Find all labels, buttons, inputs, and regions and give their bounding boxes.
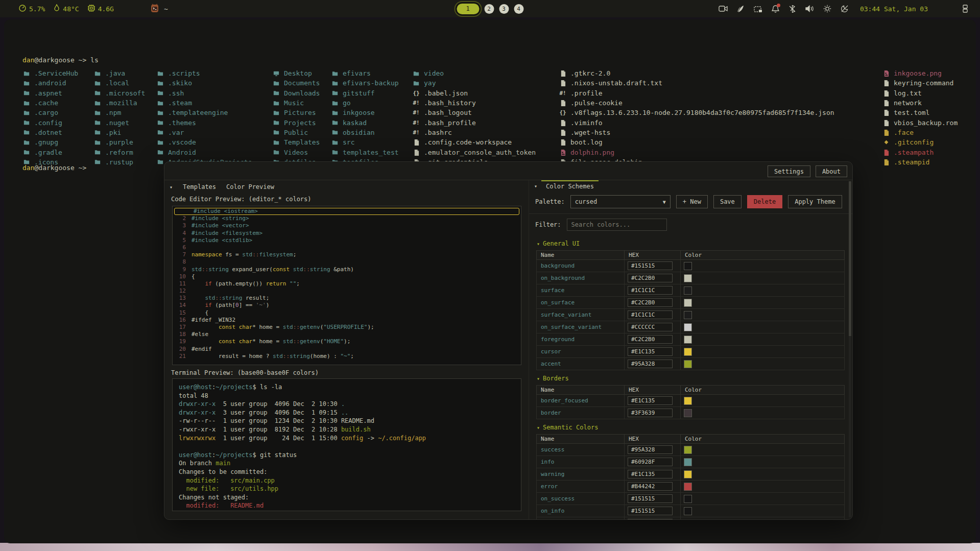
code-editor-preview[interactable]: #include <iostream>2#include <string>3#i… [172,206,521,365]
hex-input[interactable]: #151515 [628,507,673,515]
hex-input[interactable]: #E1C135 [628,347,673,356]
file-entry: .scripts [157,68,252,78]
color-swatch[interactable] [684,507,692,515]
color-swatch[interactable] [684,519,692,520]
settings-button[interactable]: Settings [768,165,810,177]
hex-input[interactable]: #151515 [628,519,673,519]
doc-icon [882,159,890,165]
hex-input[interactable]: #1C1C1C [628,286,673,295]
night-light-off-icon[interactable] [841,5,849,13]
screenshot-lock-icon[interactable] [754,5,762,13]
workspace-active[interactable]: 1 [457,4,479,14]
file-name: Pictures [284,109,316,116]
folder-icon [273,100,280,106]
file-entry: .cargo [23,108,78,117]
editor-line: 20#endif [173,346,521,353]
color-swatch[interactable] [684,360,692,368]
color-swatch[interactable] [684,397,692,405]
color-name: on_info [537,505,625,517]
color-swatch[interactable] [684,299,692,307]
collapse-arrow-icon[interactable]: ▾ [534,183,537,189]
notifications-bell-icon[interactable] [772,5,779,13]
folder-icon [94,90,101,96]
scrollbar-thumb[interactable] [849,181,851,336]
color-swatch[interactable] [684,483,692,491]
hex-input[interactable]: #1C1C1C [628,310,673,319]
palette-select[interactable]: cursed ▼ [570,195,671,208]
workspace-inactive[interactable]: 3 [499,4,509,14]
doc-icon [559,119,566,126]
collapse-arrow-icon[interactable]: ▾ [170,184,173,190]
hex-input[interactable]: #C2C2B0 [628,274,673,282]
hex-input[interactable]: #C2C2B0 [628,335,673,344]
file-entry: vbios_backup.rom [882,117,958,127]
save-button[interactable]: Save [713,195,742,208]
color-schemes-pane: ▾ Color Schemes Palette: cursed ▼ + New … [529,180,852,519]
delete-button[interactable]: Delete [747,195,782,208]
screen-record-icon[interactable] [719,5,728,12]
bluetooth-off-icon[interactable] [788,5,796,13]
window-titlebar: Settings About [164,162,852,180]
hex-input[interactable]: #151515 [628,494,673,503]
hex-input[interactable]: #95A328 [628,360,673,368]
palette-label: Palette: [535,198,565,205]
line-number: 10 [173,273,186,280]
filter-search-input[interactable] [567,219,667,231]
color-name: success [537,444,625,456]
tab-color-preview[interactable]: Color Preview [226,183,274,190]
hex-input[interactable]: #60928F [628,458,673,466]
file-entry: gitstuff [331,88,399,98]
workspace-inactive[interactable]: 2 [484,4,494,14]
new-palette-button[interactable]: + New [676,195,708,208]
color-swatch[interactable] [684,409,692,417]
hex-input[interactable]: #CCCCCC [628,323,673,331]
color-swatch[interactable] [684,446,692,454]
section-title[interactable]: ▾Borders [537,375,845,382]
color-swatch[interactable] [684,262,692,270]
hex-input[interactable]: #151515 [628,261,673,270]
tab-color-schemes[interactable]: Color Schemes [541,180,599,191]
apply-theme-button[interactable]: Apply Theme [788,195,842,208]
tab-templates[interactable]: Templates [183,183,216,190]
section-title[interactable]: ▾Semantic Colors [537,424,845,431]
color-swatch[interactable] [684,323,692,331]
color-swatch[interactable] [684,348,692,356]
section-title[interactable]: ▾General UI [537,240,845,247]
file-entry: #!.bash_profile [413,117,536,127]
file-name: .steam [168,99,192,107]
color-swatch[interactable] [684,311,692,319]
table-row: on_info#151515 [537,505,845,517]
hex-input[interactable]: #95A328 [628,445,673,454]
file-entry: .viminfo [559,117,834,127]
hex-input[interactable]: #E1C135 [628,396,673,405]
workspace-inactive[interactable]: 4 [514,4,523,14]
folder-icon [331,129,339,135]
brightness-icon[interactable] [823,5,831,13]
color-swatch[interactable] [684,470,692,478]
color-swatch[interactable] [684,286,692,295]
file-name: Documents [284,79,320,87]
hex-input[interactable]: #3F3639 [628,409,673,417]
collapse-arrow-icon[interactable]: ▾ [537,425,540,430]
terminal-preview-line: new file: src/utils.hpp [179,485,515,493]
about-button[interactable]: About [816,165,847,177]
doc-icon [882,100,890,106]
color-swatch[interactable] [684,458,692,466]
file-name: Desktop [284,69,312,77]
hex-input[interactable]: #C2C2B0 [628,298,673,307]
hex-input[interactable]: #E1C135 [628,470,673,478]
color-swatch[interactable] [684,336,692,344]
scrollbar[interactable] [849,181,851,517]
flame-icon [53,4,60,14]
doc-icon [559,139,566,146]
feather-icon[interactable] [737,5,745,13]
color-swatch[interactable] [684,274,692,282]
collapse-arrow-icon[interactable]: ▾ [537,241,540,247]
hex-input[interactable]: #B44242 [628,482,673,491]
color-swatch[interactable] [684,495,692,503]
volume-icon[interactable] [805,5,814,12]
systray-icon[interactable] [962,5,969,13]
file-entry: .steampath [882,147,958,157]
collapse-arrow-icon[interactable]: ▾ [537,376,540,381]
file-entry: .npm [94,108,145,117]
